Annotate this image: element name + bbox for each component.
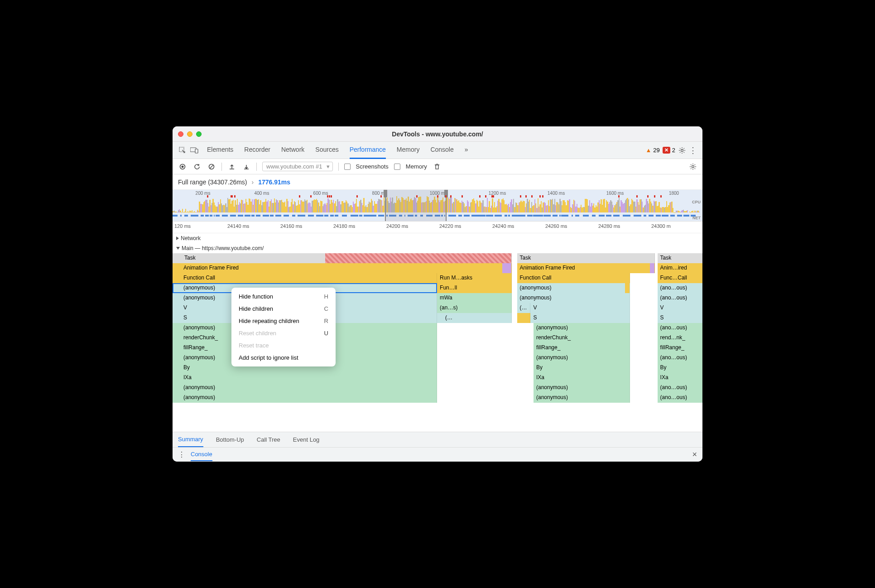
flame-paren[interactable]: (… [437,313,512,323]
flame-animation-frame[interactable]: Animation Frame Fired [173,263,512,273]
flame-animation-frame[interactable]: Animation Frame Fired [517,263,655,273]
flame-anonymous[interactable]: (anonymous) [517,293,630,303]
record-button[interactable] [178,162,187,171]
flame-run-tasks[interactable]: Run M…asks [437,273,512,283]
tab-performance[interactable]: Performance [350,141,386,159]
flame-anonymous[interactable]: (anonymous) [173,393,437,403]
flame-func-short[interactable]: Func…Call [658,273,702,283]
svg-point-11 [692,165,694,168]
dt-tick: 24200 ms [385,222,438,233]
flame-s[interactable]: S [530,313,630,323]
settings-icon[interactable] [678,146,686,154]
flame-ano-short[interactable]: (ano…ous) [658,393,702,403]
tab-console[interactable]: Console [430,141,453,159]
tab-recorder[interactable]: Recorder [244,141,270,159]
cpu-label: CPU [692,200,701,204]
flame-chart[interactable]: Task Animation Frame Fired Function Call… [173,253,702,403]
ctx-hide-repeating[interactable]: Hide repeating childrenR [231,315,336,327]
console-tab[interactable]: Console [191,448,212,461]
overview-selection[interactable] [385,190,447,221]
warnings-badge[interactable]: ▲ 29 [645,147,659,154]
dt-tick: 120 ms [173,222,226,233]
flame-anonymous[interactable]: (anonymous) [534,393,630,403]
flame-mwa[interactable]: mWa [437,293,512,303]
recording-select[interactable]: www.youtube.com #1 [262,162,333,171]
selection-handle-left[interactable] [384,190,387,198]
flame-anim-short[interactable]: Anim…ired [658,263,702,273]
tab-more[interactable]: » [465,141,468,159]
network-track-header[interactable]: Network [173,233,702,243]
flame-function-call[interactable]: Function Call [517,273,630,283]
btab-call-tree[interactable]: Call Tree [257,433,280,447]
clear-button[interactable] [207,162,216,171]
btab-bottom-up[interactable]: Bottom-Up [216,433,244,447]
tab-sources[interactable]: Sources [315,141,338,159]
flame-ixa[interactable]: IXa [658,373,702,383]
perf-settings-icon[interactable] [689,163,697,171]
btab-summary[interactable]: Summary [178,432,203,447]
collapse-icon [176,247,180,250]
range-full[interactable]: Full range (34307.26ms) [178,178,247,186]
kebab-menu-icon[interactable]: ⋮ [689,145,697,155]
console-drawer: ⋮ Console × [173,447,702,462]
flame-anonymous[interactable]: (anonymous) [534,383,630,393]
flame-function-call[interactable]: Function Call [173,273,437,283]
flame-renderchunk[interactable]: renderChunk_ [534,333,630,343]
flame-by[interactable]: By [658,363,702,373]
range-selected[interactable]: 1776.91ms [258,178,290,186]
inspect-icon[interactable] [178,146,187,155]
flame-ano-short[interactable]: (ano…ous) [658,283,702,293]
flame-chart-area[interactable]: Network Main — https://www.youtube.com/ … [173,233,702,432]
flame-ano-short[interactable]: (ano…ous) [658,293,702,303]
flame-v[interactable]: V [530,303,630,313]
flame-anonymous[interactable]: (anonymous) [534,353,630,363]
warning-icon: ▲ [645,147,651,154]
flame-anonymous[interactable]: (anonymous) [173,383,437,393]
flame-paren[interactable]: (… [517,303,531,313]
ov-tick: 1600 ms [585,190,644,196]
flame-task[interactable]: Task [517,253,655,263]
device-icon[interactable] [190,146,199,155]
tab-elements[interactable]: Elements [207,141,233,159]
flame-fun[interactable]: Fun…ll [437,283,512,293]
flame-ano-short[interactable]: (ano…ous) [658,353,702,363]
ctx-hide-function[interactable]: Hide functionH [231,290,336,303]
gc-icon[interactable] [433,162,442,171]
close-icon[interactable]: × [692,450,697,459]
ctx-add-ignore[interactable]: Add script to ignore list [231,352,336,364]
errors-badge[interactable]: ✕ 2 [663,147,675,154]
ctx-hide-children[interactable]: Hide childrenC [231,303,336,315]
flame-ano-short[interactable]: (ano…ous) [658,323,702,333]
reload-button[interactable] [192,162,202,171]
tab-memory[interactable]: Memory [397,141,420,159]
flame-ano-short[interactable]: (ano…ous) [658,383,702,393]
flame-ixa[interactable]: IXa [173,373,437,383]
flame-by[interactable]: By [534,363,630,373]
screenshots-checkbox[interactable] [344,164,351,170]
flame-task[interactable]: Task [658,253,702,263]
chevron-right-icon: › [252,178,254,186]
flame-task[interactable]: Task [173,253,512,263]
console-kebab-icon[interactable]: ⋮ [178,450,185,459]
flame-v[interactable]: V [658,303,702,313]
flame-ans[interactable]: (an…s) [437,303,512,313]
flame-spacer[interactable] [517,313,531,323]
flame-rend-short[interactable]: rend…nk_ [658,333,702,343]
dt-tick: 24160 ms [279,222,332,233]
overview-timeline[interactable]: 200 ms 400 ms 600 ms 800 ms 1000 ms 1200… [173,190,702,222]
flame-anonymous[interactable]: (anonymous) [534,323,630,333]
main-track-header[interactable]: Main — https://www.youtube.com/ [173,243,702,253]
btab-event-log[interactable]: Event Log [293,433,320,447]
flame-fillrange[interactable]: fillRange_ [534,343,630,353]
download-icon[interactable] [242,162,251,171]
tab-network[interactable]: Network [281,141,304,159]
svg-line-7 [210,165,213,169]
flame-ixa[interactable]: IXa [534,373,630,383]
upload-icon[interactable] [227,162,236,171]
screenshots-label: Screenshots [356,163,389,170]
flame-fillrange[interactable]: fillRange_ [658,343,702,353]
memory-checkbox[interactable] [394,164,400,170]
dt-tick: 24180 ms [332,222,385,233]
flame-s[interactable]: S [658,313,702,323]
flame-anonymous[interactable]: (anonymous) [517,283,630,293]
